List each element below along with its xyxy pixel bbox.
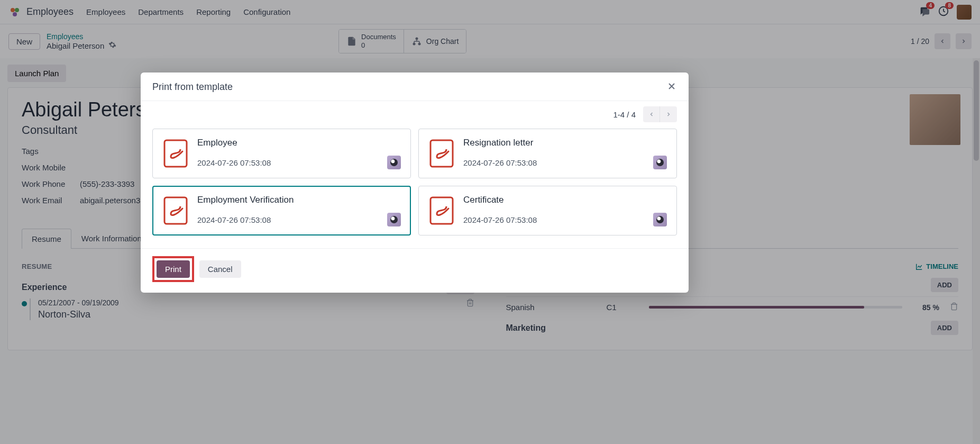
cancel-button[interactable]: Cancel	[199, 260, 241, 278]
close-icon[interactable]	[666, 81, 677, 93]
modal-pager: 1-4 / 4	[152, 106, 677, 122]
template-grid: Employee 2024-07-26 07:53:08 Resignation…	[152, 129, 677, 235]
template-thumb-icon	[653, 213, 667, 226]
print-button-highlight: Print	[152, 256, 194, 282]
modal-pager-text: 1-4 / 4	[613, 110, 636, 119]
template-card-resignation[interactable]: Resignation letter 2024-07-26 07:53:08	[418, 129, 677, 178]
template-name: Employee	[197, 138, 401, 148]
print-template-modal: Print from template 1-4 / 4 Employee 202…	[141, 73, 689, 293]
modal-header: Print from template	[141, 73, 689, 101]
template-date: 2024-07-26 07:53:08	[463, 215, 537, 224]
template-card-employee[interactable]: Employee 2024-07-26 07:53:08	[152, 129, 411, 178]
template-name: Resignation letter	[463, 138, 667, 148]
pdf-icon	[428, 196, 455, 225]
template-date: 2024-07-26 07:53:08	[463, 158, 537, 167]
modal-pager-next[interactable]	[660, 106, 677, 122]
template-card-employment-verification[interactable]: Employment Verification 2024-07-26 07:53…	[152, 186, 411, 235]
modal-footer: Print Cancel	[141, 249, 689, 293]
pdf-icon	[428, 139, 455, 168]
print-button[interactable]: Print	[157, 260, 190, 278]
pdf-icon	[162, 139, 189, 168]
template-date: 2024-07-26 07:53:08	[197, 215, 271, 224]
template-name: Employment Verification	[197, 195, 401, 205]
template-thumb-icon	[387, 156, 401, 169]
template-thumb-icon	[387, 213, 401, 226]
modal-body: 1-4 / 4 Employee 2024-07-26 07:53:08 Res…	[141, 101, 689, 249]
template-card-certificate[interactable]: Certificate 2024-07-26 07:53:08	[418, 186, 677, 235]
template-thumb-icon	[653, 156, 667, 169]
template-date: 2024-07-26 07:53:08	[197, 158, 271, 167]
template-name: Certificate	[463, 195, 667, 205]
pdf-icon	[162, 196, 189, 225]
modal-title: Print from template	[152, 81, 233, 93]
modal-pager-prev[interactable]	[643, 106, 660, 122]
